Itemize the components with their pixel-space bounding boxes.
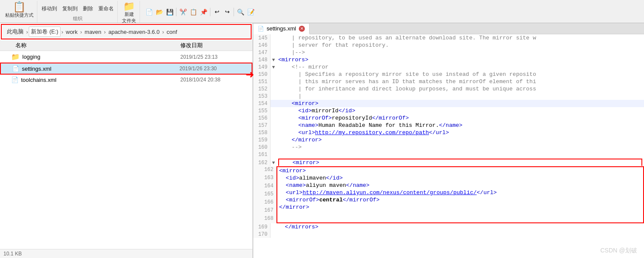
paste-label: 粘贴快捷方式 [5,12,33,18]
fold-152 [270,85,276,93]
breadcrumb-sep3: › [79,29,83,35]
fold-148[interactable]: ▼ [270,56,276,63]
editor-line-153: 153 | [253,93,644,100]
paste-icon[interactable]: 📌 [199,7,208,17]
line-num-148: 148 [253,56,270,63]
red-line-168 [277,211,643,218]
file-item-logging[interactable]: 📁 logging 2019/1/25 23:13 [0,51,252,63]
line-num-156: 156 [253,114,270,122]
file-name-settings: settings.xml [22,66,179,72]
breadcrumb-work[interactable]: work [64,28,79,36]
new-folder-button[interactable]: 📁 [123,2,135,11]
editor-line-162: 162 ▼ <mirror> [253,158,644,166]
tab-close-button[interactable]: ✕ [299,26,305,32]
file-list: 📁 logging 2019/1/25 23:13 📄 settings.xml… [0,51,252,249]
editor-panel: 📄 settings.xml ✕ 145 | repository, to be… [253,23,644,258]
fold-145 [270,34,276,42]
fold-156 [270,114,276,122]
line-num-147: 147 [253,49,270,56]
annotation-arrow: ➜ [246,69,254,81]
fold-157 [270,122,276,129]
breadcrumb: 此电脑 › 新加卷 (E:) › work › maven › apache-m… [1,24,252,39]
rlc-162: <mirror> [277,167,307,174]
editor-line-151: 151 | this mirror serves has an ID that … [253,78,644,85]
line-num-154: 154 [253,100,270,107]
undo-icon[interactable]: ↩ [212,7,222,17]
cut-icon[interactable]: ✂️ [178,7,188,17]
file-list-header: 名称 修改日期 [0,40,252,51]
red-outline-block: <mirror> <id>alimaven</id> <name>aliyun … [276,166,644,223]
breadcrumb-sep4: › [103,29,106,35]
rlc-163: <id>alimaven</id> [277,174,344,182]
col-name-header[interactable]: 名称 [15,42,180,49]
fold-170 [270,231,276,238]
editor-line-170: 170 [253,231,644,238]
breadcrumb-maven[interactable]: maven [83,28,103,36]
new-file-icon[interactable]: 📄 [144,7,154,17]
line-content-170 [276,231,644,238]
line-num-169: 169 [253,223,270,231]
copy-icon[interactable]: 📋 [188,7,198,17]
editor-lines-after: 169 </mirrors> 170 [253,223,644,238]
fold-149[interactable]: ▼ [270,63,276,71]
editor-tab-settings[interactable]: 📄 settings.xml ✕ [253,23,310,34]
redo-icon[interactable]: ↪ [222,7,232,17]
delete-button[interactable]: 删除 [81,4,95,13]
new-folder-label: 新建 文件夹 [122,11,136,24]
breadcrumb-apache[interactable]: apache-maven-3.6.0 [106,28,161,36]
file-item-toolchains[interactable]: 📄 toolchains.xml 2018/10/24 20:38 [0,75,252,85]
paste-section: 📋 粘贴快捷方式 [2,1,37,23]
editor-line-155: 155 <id>mirrorId</id> [253,107,644,114]
open-file-icon[interactable]: 📂 [155,7,164,17]
breadcrumb-conf[interactable]: conf [165,28,179,36]
search-icon[interactable]: 🔍 [236,7,245,17]
file-date-logging: 2019/1/25 23:13 [180,54,249,60]
editor-line-156: 156 <mirrorOf>repositoryId</mirrorOf> [253,114,644,122]
editor-line-145: 145 | repository, to be used as an alter… [253,34,644,42]
file-date-settings: 2019/1/26 23:30 [179,66,248,72]
editor-content[interactable]: 145 | repository, to be used as an alter… [253,34,644,258]
editor-line-160: 160 --> [253,144,644,151]
line-content-169: </mirrors> [276,223,644,231]
editor-line-159: 159 </mirror> [253,136,644,144]
top-toolbar: 📋 粘贴快捷方式 移动到 复制到 删除 重命名 组织 📁 新建 文件夹 📄 📂 … [0,0,644,23]
line-content-160: --> [276,144,644,151]
editor-line-157: 157 <name>Human Readable Name for this M… [253,122,644,129]
red-line-164: <name>aliyun maven</name> [277,182,643,189]
fold-159 [270,136,276,144]
editor-line-161: 161 [253,151,644,158]
editor-lines: 145 | repository, to be used as an alter… [253,34,644,166]
fold-147 [270,49,276,56]
copy-button[interactable]: 复制到 [61,4,79,13]
line-num-160: 160 [253,144,270,151]
fold-162[interactable]: ▼ [270,158,276,166]
fold-161 [270,151,276,158]
line-content-155: <id>mirrorId</id> [276,107,644,114]
editor-line-154: 154 <mirror> [253,100,644,107]
line-num-162: 162 [253,158,270,166]
xml-file-icon-settings: 📄 [12,65,19,72]
editor-toolbar-icons: 📄 📂 💾 ✂️ 📋 📌 ↩ ↪ 🔍 📝 [141,1,642,23]
file-status-bar: 10.1 KB [0,249,252,258]
move-button[interactable]: 移动到 [40,4,59,13]
col-date-header[interactable]: 修改日期 [180,42,249,49]
line-num-150: 150 [253,71,270,78]
format-icon[interactable]: 📝 [246,7,255,17]
save-icon[interactable]: 💾 [165,7,174,17]
line-num-158: 158 [253,129,270,136]
breadcrumb-drive[interactable]: 新加卷 (E:) [29,27,61,37]
line-num-155: 155 [253,107,270,114]
red-line-167: </mirror> [277,204,643,211]
file-item-settings[interactable]: 📄 settings.xml 2019/1/26 23:30 [0,63,252,75]
fold-169 [270,223,276,231]
fold-158 [270,129,276,136]
rename-button[interactable]: 重命名 [97,4,115,13]
editor-line-149: 149 ▼ <!-- mirror [253,63,644,71]
file-name-logging: logging [22,54,180,60]
breadcrumb-pc[interactable]: 此电脑 [5,27,25,36]
line-num-145: 145 [253,34,270,42]
paste-button[interactable]: 📋 [13,2,26,12]
line-content-148: <mirrors> [276,56,644,63]
fold-150 [270,71,276,78]
main-area: 此电脑 › 新加卷 (E:) › work › maven › apache-m… [0,23,644,258]
